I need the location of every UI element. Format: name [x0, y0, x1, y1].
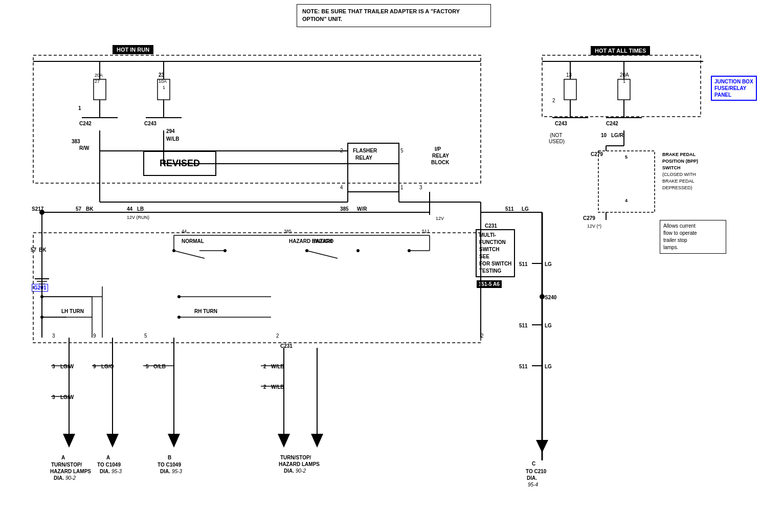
svg-text:2: 2 — [276, 333, 279, 339]
svg-text:4: 4 — [340, 185, 343, 190]
svg-text:A: A — [61, 455, 65, 460]
svg-text:57: 57 — [31, 247, 37, 253]
svg-text:TURN/STOP/: TURN/STOP/ — [280, 455, 311, 460]
svg-text:3: 3 — [52, 333, 55, 339]
svg-text:TO C1049: TO C1049 — [97, 462, 121, 468]
svg-text:DEPRESSED): DEPRESSED) — [662, 185, 692, 190]
svg-text:LG: LG — [522, 206, 529, 212]
svg-text:BRAKE PEDAL: BRAKE PEDAL — [662, 179, 695, 184]
svg-text:SWITCH: SWITCH — [662, 165, 681, 170]
svg-text:HAZARD: HAZARD — [312, 238, 333, 244]
svg-text:C242: C242 — [606, 121, 618, 126]
svg-rect-93 — [598, 151, 655, 212]
svg-text:POSITION (BPP): POSITION (BPP) — [662, 159, 698, 164]
svg-text:23: 23 — [159, 72, 165, 78]
svg-text:511: 511 — [519, 364, 528, 369]
svg-text:C243: C243 — [144, 121, 156, 126]
svg-text:DIA.: DIA. — [284, 468, 294, 474]
svg-point-134 — [172, 249, 175, 252]
svg-text:W/LB: W/LB — [271, 384, 284, 390]
svg-text:LG: LG — [545, 261, 552, 267]
svg-text:USED): USED) — [549, 139, 565, 144]
svg-text:383: 383 — [72, 139, 80, 144]
svg-text:12V (*): 12V (*) — [587, 224, 601, 229]
svg-text:DIA.: DIA. — [100, 469, 110, 474]
svg-text:S217: S217 — [32, 206, 44, 212]
svg-text:LG/R: LG/R — [611, 132, 624, 138]
svg-text:9: 9 — [93, 364, 96, 369]
svg-text:1: 1 — [163, 85, 165, 90]
svg-text:511: 511 — [519, 261, 528, 267]
svg-rect-72 — [564, 79, 576, 100]
svg-text:O/LB: O/LB — [153, 364, 166, 369]
svg-text:C: C — [532, 461, 535, 467]
svg-text:95-3: 95-3 — [172, 469, 182, 474]
svg-text:C231: C231 — [280, 343, 293, 349]
svg-text:3: 3 — [52, 394, 55, 400]
svg-text:RELAY: RELAY — [432, 153, 449, 159]
svg-text:20A: 20A — [620, 72, 629, 78]
svg-text:LG/O: LG/O — [101, 364, 114, 369]
svg-text:C279: C279 — [591, 151, 603, 157]
svg-text:DIA.: DIA. — [160, 469, 170, 474]
svg-text:LG/W: LG/W — [60, 394, 74, 400]
svg-text:13: 13 — [566, 72, 572, 78]
svg-text:2: 2 — [263, 364, 266, 369]
svg-marker-118 — [536, 440, 548, 453]
svg-text:95-4: 95-4 — [528, 482, 538, 487]
svg-point-141 — [408, 249, 411, 252]
svg-text:RELAY: RELAY — [355, 155, 372, 161]
svg-text:S240: S240 — [545, 295, 557, 300]
svg-text:C231: C231 — [485, 223, 497, 229]
svg-line-133 — [174, 251, 205, 258]
svg-text:20A: 20A — [95, 73, 103, 78]
svg-text:27: 27 — [95, 79, 100, 84]
svg-point-138 — [356, 249, 360, 252]
svg-marker-209 — [278, 434, 290, 448]
svg-text:1: 1 — [78, 105, 81, 111]
svg-text:HAZARD LAMPS: HAZARD LAMPS — [50, 469, 91, 474]
svg-text:3: 3 — [419, 185, 422, 190]
svg-text:DIA.: DIA. — [54, 475, 64, 481]
svg-text:DIA.: DIA. — [527, 475, 537, 481]
svg-text:BRAKE PEDAL: BRAKE PEDAL — [662, 152, 696, 157]
svg-text:294: 294 — [166, 128, 175, 134]
svg-text:C279: C279 — [583, 215, 595, 221]
svg-text:9: 9 — [93, 333, 96, 339]
svg-text:B: B — [168, 455, 171, 460]
svg-text:R/W: R/W — [79, 145, 89, 151]
svg-text:FLASHER: FLASHER — [353, 148, 377, 153]
svg-text:4: 4 — [625, 198, 628, 203]
wiring-svg: 1 20A 27 23 10A 1 C242 C243 383 R/W 294 … — [0, 0, 761, 532]
svg-text:1: 1 — [400, 185, 404, 190]
svg-text:LG: LG — [545, 323, 552, 328]
svg-text:A: A — [106, 455, 110, 460]
svg-text:TO C1049: TO C1049 — [158, 462, 181, 468]
svg-text:12V: 12V — [436, 216, 444, 221]
svg-text:44: 44 — [127, 206, 133, 212]
svg-point-161 — [177, 316, 181, 319]
svg-text:HAZARD LAMPS: HAZARD LAMPS — [279, 461, 320, 467]
wiring-diagram: NOTE: BE SURE THAT TRAILER ADAPTER IS A … — [0, 0, 761, 532]
svg-text:90-2: 90-2 — [65, 475, 76, 481]
svg-marker-187 — [106, 434, 119, 448]
svg-rect-216 — [33, 233, 481, 343]
svg-text:W/LB: W/LB — [166, 136, 180, 142]
svg-text:2: 2 — [552, 98, 555, 103]
svg-text:C242: C242 — [79, 121, 92, 126]
svg-text:(NOT: (NOT — [550, 132, 562, 138]
svg-text:95-3: 95-3 — [111, 469, 122, 474]
svg-text:NORMAL: NORMAL — [182, 238, 204, 244]
svg-text:10: 10 — [601, 132, 607, 138]
svg-marker-177 — [63, 434, 75, 448]
svg-text:57: 57 — [76, 206, 82, 212]
svg-text:LG/W: LG/W — [60, 364, 74, 369]
svg-text:2: 2 — [263, 384, 266, 390]
svg-text:LG: LG — [545, 364, 552, 369]
svg-text:385: 385 — [340, 206, 349, 212]
svg-line-139 — [307, 251, 338, 258]
svg-text:BLOCK: BLOCK — [431, 160, 450, 165]
svg-text:511: 511 — [505, 206, 514, 212]
svg-text:5: 5 — [144, 333, 147, 339]
svg-text:3: 3 — [52, 364, 55, 369]
